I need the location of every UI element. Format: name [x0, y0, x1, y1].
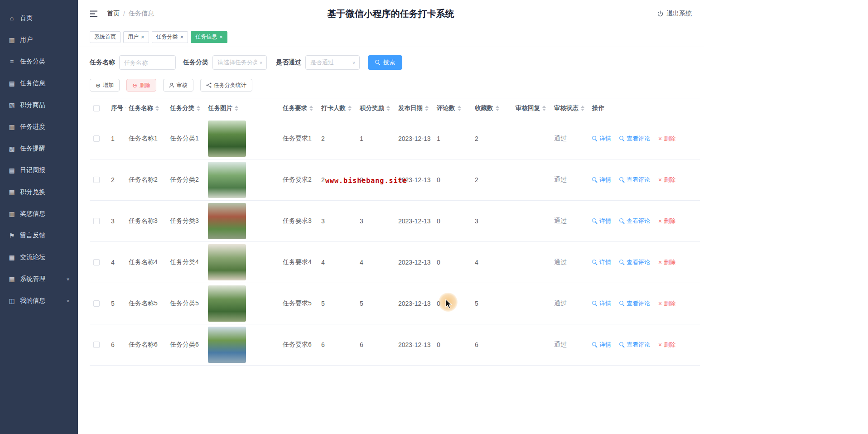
sort-carets-icon[interactable]	[348, 106, 352, 111]
view-comments-link[interactable]: 查看评论	[619, 135, 650, 143]
column-header-任务名称[interactable]: 任务名称	[126, 98, 167, 118]
sidebar-item-task-progress[interactable]: ▦任务进度	[0, 116, 78, 138]
view-comments-link[interactable]: 查看评论	[619, 299, 650, 308]
sort-carets-icon[interactable]	[458, 106, 461, 111]
delete-link[interactable]: ×删除	[658, 299, 675, 308]
task-category-select[interactable]: 请选择任务分类 ∨	[212, 55, 267, 70]
detail-link[interactable]: 详情	[592, 217, 611, 225]
detail-link[interactable]: 详情	[592, 176, 611, 184]
view-comments-link[interactable]: 查看评论	[619, 217, 650, 225]
review-reply	[513, 118, 551, 159]
sort-carets-icon[interactable]	[425, 106, 429, 111]
select-all-checkbox[interactable]	[93, 105, 100, 111]
tab-label: 任务分类	[156, 33, 178, 41]
site-watermark: www.bishebang.site	[325, 177, 407, 185]
pass-status-select[interactable]: 是否通过 ∨	[305, 55, 360, 70]
search-icon	[592, 301, 598, 306]
view-comments-link[interactable]: 查看评论	[619, 341, 650, 349]
column-header-积分奖励[interactable]: 积分奖励	[357, 98, 395, 118]
sidebar-item-task-info[interactable]: ▤任务信息	[0, 72, 78, 94]
sidebar-item-reward-punish[interactable]: ▥奖惩信息	[0, 203, 78, 225]
audit-button[interactable]: 审核	[163, 79, 193, 92]
sort-carets-icon[interactable]	[496, 106, 499, 111]
tab-task-category[interactable]: 任务分类×	[152, 31, 188, 43]
row-checkbox[interactable]	[93, 259, 100, 265]
comment-count-value: 0	[437, 341, 440, 348]
sidebar-item-label: 任务进度	[20, 123, 45, 131]
delete-button[interactable]: ⊖ 删除	[126, 79, 156, 92]
tab-system-home[interactable]: 系统首页	[90, 31, 121, 43]
column-header-操作[interactable]: 操作	[589, 98, 700, 118]
row-checkbox[interactable]	[93, 218, 100, 224]
search-button[interactable]: 搜索	[368, 55, 402, 70]
row-checkbox[interactable]	[93, 342, 100, 348]
search-button-label: 搜索	[383, 58, 395, 67]
close-icon[interactable]: ×	[219, 34, 223, 40]
sort-carets-icon[interactable]	[542, 106, 546, 111]
sidebar-item-task-reminder[interactable]: ▩任务提醒	[0, 138, 78, 159]
column-header-打卡人数[interactable]: 打卡人数	[318, 98, 357, 118]
sort-carets-icon[interactable]	[155, 106, 159, 111]
row-select-cell	[90, 324, 108, 366]
sort-carets-icon[interactable]	[197, 106, 200, 111]
column-header-label: 审核回复	[516, 104, 540, 112]
breadcrumb-home[interactable]: 首页	[107, 10, 120, 18]
sort-carets-icon[interactable]	[309, 106, 313, 111]
search-icon	[375, 60, 381, 65]
sidebar-item-users[interactable]: ▦用户	[0, 29, 78, 51]
view-comments-link[interactable]: 查看评论	[619, 176, 650, 184]
close-icon[interactable]: ×	[180, 34, 184, 40]
detail-link[interactable]: 详情	[592, 258, 611, 266]
column-header-发布日期[interactable]: 发布日期	[395, 98, 434, 118]
column-header-审核回复[interactable]: 审核回复	[513, 98, 551, 118]
column-header-审核状态[interactable]: 审核状态	[551, 98, 589, 118]
column-header-序号[interactable]: 序号	[108, 98, 126, 118]
row-checkbox[interactable]	[93, 300, 100, 307]
row-checkbox[interactable]	[93, 135, 100, 142]
detail-link[interactable]: 详情	[592, 135, 611, 143]
sidebar-item-system-manage[interactable]: ▦系统管理∨	[0, 268, 78, 290]
category-stats-button[interactable]: 任务分类统计	[200, 79, 252, 92]
sidebar-item-points-goods[interactable]: ▧积分商品	[0, 94, 78, 116]
sort-carets-icon[interactable]	[125, 106, 126, 111]
sidebar-collapse-icon[interactable]	[90, 10, 98, 17]
sidebar-item-my-info[interactable]: ◫我的信息∨	[0, 290, 78, 312]
delete-link[interactable]: ×删除	[658, 341, 675, 349]
column-header-任务分类[interactable]: 任务分类	[167, 98, 205, 118]
task-name-input[interactable]	[119, 55, 176, 70]
row-select-cell	[90, 159, 108, 201]
task-image	[208, 244, 246, 280]
sidebar-item-home[interactable]: ⌂首页	[0, 7, 78, 29]
detail-link[interactable]: 详情	[592, 299, 611, 308]
publish-date: 2023-12-13	[395, 118, 434, 159]
delete-link[interactable]: ×删除	[658, 135, 675, 143]
row-checkbox[interactable]	[93, 177, 100, 183]
sidebar-item-task-category[interactable]: ≡任务分类	[0, 51, 78, 72]
review-reply	[513, 283, 551, 324]
logout-button[interactable]: 退出系统	[657, 10, 692, 18]
sort-carets-icon[interactable]	[581, 106, 584, 111]
sort-carets-icon[interactable]	[386, 106, 390, 111]
sidebar-item-diary-report[interactable]: ▤日记周报	[0, 159, 78, 181]
points-reward-value: 1	[360, 135, 363, 142]
delete-link[interactable]: ×删除	[658, 217, 675, 225]
column-header-收藏数[interactable]: 收藏数	[472, 98, 513, 118]
view-comments-link[interactable]: 查看评论	[619, 258, 650, 266]
column-header-任务图片[interactable]: 任务图片	[205, 98, 280, 118]
sidebar-item-points-exchange[interactable]: ▦积分兑换	[0, 181, 78, 203]
close-icon[interactable]: ×	[141, 34, 145, 40]
page-title: 基于微信小程序的任务打卡系统	[328, 8, 454, 20]
sidebar-item-forum[interactable]: ▦交流论坛	[0, 246, 78, 268]
column-header-任务要求[interactable]: 任务要求	[280, 98, 318, 118]
delete-link[interactable]: ×删除	[658, 176, 675, 184]
table-row: 3任务名称3任务分类3任务要求3332023-12-1303通过详情查看评论×删…	[90, 201, 700, 242]
add-button[interactable]: ⊕ 增加	[90, 79, 120, 92]
tab-users[interactable]: 用户×	[123, 31, 149, 43]
sidebar-item-feedback[interactable]: ⚑留言反馈	[0, 225, 78, 246]
column-header-评论数[interactable]: 评论数	[434, 98, 472, 118]
tab-task-info[interactable]: 任务信息×	[191, 31, 227, 43]
detail-link[interactable]: 详情	[592, 341, 611, 349]
delete-link[interactable]: ×删除	[658, 258, 675, 266]
task-name: 任务名称1	[126, 118, 167, 159]
sort-carets-icon[interactable]	[235, 106, 238, 111]
